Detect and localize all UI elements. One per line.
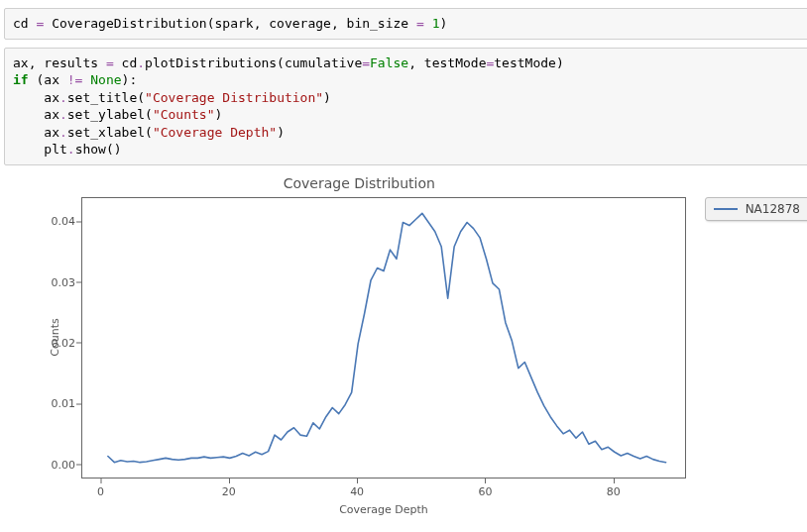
line-series (82, 198, 685, 478)
x-tick: 80 (607, 485, 621, 498)
code-cell-1[interactable]: cd = CoverageDistribution(spark, coverag… (4, 8, 807, 40)
legend-swatch-icon (714, 208, 738, 210)
code-cell-2[interactable]: ax, results = cd.plotDistributions(cumul… (4, 48, 807, 165)
plot-area (81, 197, 686, 479)
legend-label: NA12878 (746, 202, 800, 216)
chart-title: Coverage Distribution (22, 175, 697, 191)
y-tick: 0.02 (22, 336, 75, 349)
x-axis-label: Coverage Depth (81, 503, 686, 516)
y-tick: 0.00 (22, 458, 75, 471)
y-tick: 0.01 (22, 397, 75, 410)
x-tick: 20 (222, 485, 236, 498)
y-tick: 0.04 (22, 215, 75, 228)
chart-container: Coverage Distribution Counts Coverage De… (22, 173, 697, 520)
chart-legend: NA12878 (705, 197, 807, 221)
y-tick: 0.03 (22, 275, 75, 288)
x-tick: 0 (97, 485, 104, 498)
chart-output: Coverage Distribution Counts Coverage De… (4, 173, 807, 520)
x-tick: 60 (478, 485, 492, 498)
x-tick: 40 (350, 485, 364, 498)
